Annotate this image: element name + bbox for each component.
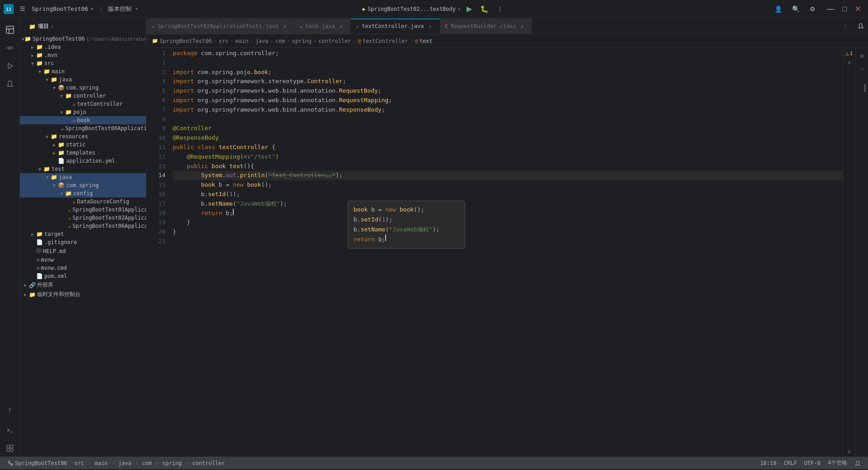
version-control-btn[interactable]: 版本控制 bbox=[108, 5, 132, 13]
breadcrumb-com[interactable]: com bbox=[275, 38, 285, 44]
code-line-6: import org.springframework.web.bind.anno… bbox=[173, 96, 843, 105]
status-notifications[interactable] bbox=[851, 460, 864, 466]
status-spring[interactable]: spring bbox=[159, 457, 185, 469]
tab-applicationtests[interactable]: ☕ SpringBootTest02ApplicationTests.java … bbox=[146, 19, 294, 34]
plugins-icon[interactable] bbox=[2, 440, 18, 456]
title-bar-right: 👤 🔍 ⚙ — □ ✕ bbox=[649, 3, 864, 14]
tree-item-java-test[interactable]: ▼ 📁 java bbox=[20, 173, 146, 181]
status-main[interactable]: main bbox=[91, 457, 112, 469]
status-linesep[interactable]: CRLF bbox=[780, 460, 801, 466]
tree-item-main[interactable]: ▼ 📁 main bbox=[20, 67, 146, 75]
tree-item-config[interactable]: ▼ 📁 config bbox=[20, 189, 146, 197]
tree-item-target[interactable]: ▶ 📁 target bbox=[20, 230, 146, 238]
status-position[interactable]: 18:18 bbox=[757, 460, 780, 466]
tree-item-mvnw[interactable]: ≡ mvnw bbox=[20, 256, 146, 264]
more-run-btn[interactable]: ⋮ bbox=[495, 4, 505, 14]
hamburger-menu[interactable]: ☰ bbox=[17, 5, 28, 13]
code-line-5: import org.springframework.web.bind.anno… bbox=[173, 86, 843, 96]
tree-item-textcontroller[interactable]: ☕ textController bbox=[20, 100, 146, 108]
tab-requestbuilder[interactable]: C RequestBuilder.class ✕ bbox=[440, 19, 532, 34]
tree-item-src[interactable]: ▼ 📁 src bbox=[20, 59, 146, 67]
tree-item-comspring[interactable]: ▼ 📦 com.spring bbox=[20, 84, 146, 92]
tree-item-helpmd[interactable]: Ⓜ HELP.md bbox=[20, 246, 146, 256]
help-icon[interactable]: ? bbox=[2, 402, 18, 418]
tree-item-test06[interactable]: ☕ SpringBootTest06ApplicationTes bbox=[20, 222, 146, 230]
tab-more-btn[interactable]: ⋮ bbox=[839, 19, 852, 34]
debug-btn[interactable]: 🐛 bbox=[478, 4, 491, 14]
breadcrumb-java[interactable]: java bbox=[255, 38, 269, 44]
right-gutter: △ 1 ∧ ∨ bbox=[843, 48, 855, 456]
breadcrumb-textcontroller[interactable]: @ textController bbox=[358, 38, 408, 44]
tree-item-static[interactable]: ▶ 📁 static bbox=[20, 141, 146, 149]
commit-icon[interactable] bbox=[2, 40, 18, 56]
breadcrumb-main[interactable]: main bbox=[236, 38, 249, 44]
status-encoding[interactable]: UTF-8 bbox=[801, 460, 824, 466]
breadcrumb-controller[interactable]: controller bbox=[319, 38, 351, 44]
breadcrumb-src[interactable]: src bbox=[219, 38, 229, 44]
close-btn[interactable]: ✕ bbox=[851, 3, 864, 14]
tree-item-controller[interactable]: ▼ 📁 controller bbox=[20, 92, 146, 100]
status-controller[interactable]: controller bbox=[189, 457, 228, 469]
breadcrumb-springboot[interactable]: 📁 SpringBootTest06 bbox=[152, 38, 212, 44]
code-lines[interactable]: package com.spring.controller; import co… bbox=[169, 48, 843, 456]
tab-book[interactable]: ☕ book.java ✕ bbox=[294, 19, 351, 34]
tree-item-appyml[interactable]: 📄 application.yml bbox=[20, 157, 146, 165]
tree-item-mvn[interactable]: ▶ 📁 .mvn bbox=[20, 51, 146, 59]
status-branch[interactable]: SpringBootTest06 bbox=[4, 457, 71, 469]
tree-item-java-main[interactable]: ▼ 📁 java bbox=[20, 75, 146, 84]
terminal-icon[interactable] bbox=[2, 422, 18, 438]
tree-item-test02[interactable]: ☕ SpringBootTest02ApplicationTes bbox=[20, 214, 146, 222]
right-tool-2[interactable]: — bbox=[857, 63, 867, 73]
tree-item-app[interactable]: ☕ SpringBootTest06Application bbox=[20, 124, 146, 132]
tree-item-resources[interactable]: ▼ 📁 resources bbox=[20, 132, 146, 141]
tree-item-pomxml[interactable]: 📄 pom.xml bbox=[20, 272, 146, 280]
tab-close-requestbuilder[interactable]: ✕ bbox=[519, 23, 526, 30]
code-line-1: package com.spring.controller; bbox=[173, 49, 843, 58]
right-tool-1[interactable]: m bbox=[857, 51, 867, 61]
tree-item-mvnwcmd[interactable]: ≡ mvnw.cmd bbox=[20, 264, 146, 272]
code-line-7: import org.springframework.web.bind.anno… bbox=[173, 105, 843, 115]
run-config-name: ▶ SpringBootTest02...textBody ▾ bbox=[363, 6, 461, 12]
code-line-13: ◉ public book text(){ bbox=[173, 162, 843, 171]
maximize-btn[interactable]: □ bbox=[839, 3, 850, 14]
warning-indicator[interactable]: △ 1 bbox=[845, 50, 854, 57]
status-com[interactable]: com bbox=[138, 457, 156, 469]
tree-item-external[interactable]: ▶ 🔗 外部库 bbox=[20, 280, 146, 290]
code-line-11: ● public class textController { bbox=[173, 143, 843, 152]
tree-item-datasource[interactable]: ☕ DataSourceConfig bbox=[20, 197, 146, 206]
status-src[interactable]: src bbox=[71, 457, 88, 469]
search-btn[interactable]: 🔍 bbox=[790, 4, 802, 14]
status-indent[interactable]: 4个空格 bbox=[824, 459, 851, 467]
tree-item-idea[interactable]: ▶ 📁 .idea bbox=[20, 43, 146, 51]
tree-item-test[interactable]: ▼ 📁 test bbox=[20, 165, 146, 173]
scroll-down-btn[interactable]: ∨ bbox=[848, 448, 851, 455]
tree-item-test01[interactable]: ☕ SpringBootTest01ApplicationTes bbox=[20, 206, 146, 214]
tree-item-gitignore[interactable]: 📄 .gitignore bbox=[20, 238, 146, 246]
breadcrumb-text[interactable]: @ text bbox=[415, 38, 433, 44]
scroll-up-btn[interactable]: ∧ bbox=[848, 59, 851, 66]
code-line-17: b.setName("JavaWeb编程"); bbox=[173, 199, 843, 209]
code-editor[interactable]: 1 2 3 4 5 6 7 8 9 10 11 12 13 14 15 16 1 bbox=[146, 48, 843, 456]
status-java[interactable]: java bbox=[115, 457, 135, 469]
tree-item-springboottest06[interactable]: ▼ 📁 SpringBootTest06 C:\Users\Administra… bbox=[20, 35, 146, 43]
tree-item-scratch[interactable]: ▶ 📁 临时文件和控制台 bbox=[20, 290, 146, 299]
project-view-icon[interactable] bbox=[2, 22, 18, 38]
run-debug-icon[interactable] bbox=[2, 58, 18, 74]
popup-line-3: b.setName("JavaWeb编程"); bbox=[354, 225, 459, 235]
tree-item-templates[interactable]: ▶ 📁 templates bbox=[20, 149, 146, 157]
tree-item-book[interactable]: ☕ book bbox=[20, 116, 146, 124]
tree-item-pojo[interactable]: ▼ 📁 pojo bbox=[20, 108, 146, 116]
status-bar: SpringBootTest06 src › main › java › com… bbox=[0, 456, 868, 469]
settings-btn[interactable]: ⚙ bbox=[807, 4, 818, 14]
tree-item-comspring-test[interactable]: ▼ 📦 com.spring bbox=[20, 181, 146, 189]
run-btn[interactable]: ▶ bbox=[464, 3, 474, 14]
project-selector[interactable]: 📁 项目 ▾ bbox=[25, 21, 59, 32]
breadcrumb-spring[interactable]: spring bbox=[292, 38, 311, 44]
notifications-icon[interactable] bbox=[2, 76, 18, 92]
tab-close-textcontroller[interactable]: ✕ bbox=[427, 23, 434, 30]
minimize-btn[interactable]: — bbox=[823, 3, 838, 14]
tab-close-apptest[interactable]: ✕ bbox=[281, 23, 288, 30]
tab-textcontroller[interactable]: ☕ textController.java ✕ bbox=[351, 19, 440, 34]
tab-close-book[interactable]: ✕ bbox=[338, 23, 345, 30]
account-btn[interactable]: 👤 bbox=[772, 4, 784, 14]
